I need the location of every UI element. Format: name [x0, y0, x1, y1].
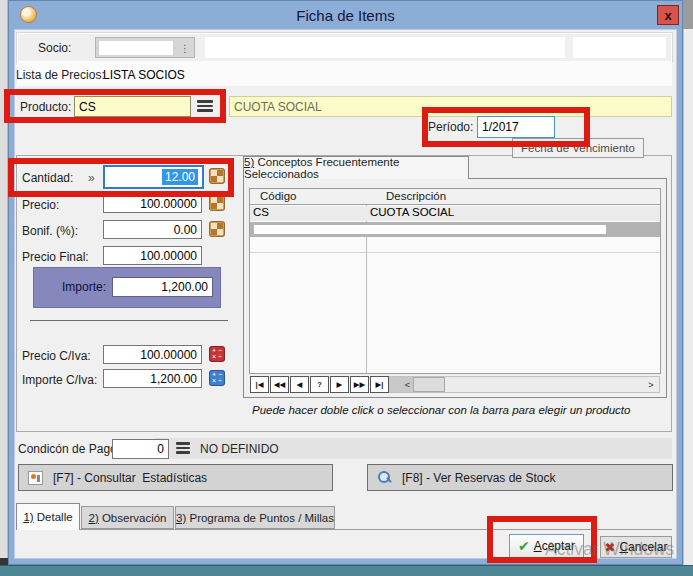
- producto-label: Producto:: [20, 100, 71, 114]
- socio-combobox[interactable]: ⋮: [95, 37, 195, 58]
- lista-precios-value: LISTA SOCIOS: [103, 68, 185, 82]
- scroll-left-icon: <: [405, 380, 410, 390]
- calculator-icon[interactable]: [209, 195, 225, 211]
- aceptar-button[interactable]: ✔ Aceptar: [509, 534, 584, 558]
- tab-detalle-label: 1) Detalle: [23, 511, 72, 523]
- scrollbar-page-left[interactable]: <: [385, 377, 413, 392]
- calculator-icon[interactable]: [209, 221, 225, 237]
- condicion-pago-input[interactable]: 0: [112, 439, 169, 459]
- grid-row[interactable]: CS CUOTA SOCIAL: [250, 206, 660, 221]
- calculator-icon[interactable]: [209, 168, 225, 184]
- tab-conceptos-label: 5) Conceptos Frecuentemente Seleccionado…: [244, 156, 468, 180]
- tab-observacion[interactable]: 2) Observación: [81, 506, 174, 529]
- socio-combobox-field[interactable]: [99, 41, 173, 55]
- background-window-right-edge: [683, 0, 693, 576]
- precio-input[interactable]: 100.00000: [103, 194, 202, 213]
- chevron-icon: »: [88, 171, 95, 185]
- cancelar-button-label: Cancelar: [619, 540, 667, 554]
- window-title: Ficha de Items: [8, 7, 683, 24]
- close-button[interactable]: x: [657, 5, 679, 25]
- condicion-pago-status: NO DEFINIDO: [200, 442, 279, 456]
- scrollbar-thumb[interactable]: [413, 377, 445, 392]
- socio-extra-field[interactable]: [573, 37, 666, 58]
- tab-detalle[interactable]: 1) Detalle: [16, 503, 80, 530]
- x-icon: ✖: [605, 541, 616, 554]
- precio-final-label: Precio Final:: [22, 250, 89, 264]
- cantidad-label: Cantidad:: [22, 171, 73, 185]
- cell-descripcion: CUOTA SOCIAL: [370, 206, 454, 218]
- scroll-right-icon[interactable]: >: [643, 377, 659, 392]
- calculator-red-icon[interactable]: +−×÷: [209, 346, 225, 362]
- menu-icon[interactable]: [176, 442, 190, 454]
- importe-input[interactable]: 1,200.00: [112, 277, 213, 297]
- cantidad-input[interactable]: 12.00: [103, 165, 204, 189]
- calculator-blue-icon[interactable]: +−×÷: [209, 370, 225, 386]
- importe-iva-label: Importe C/Iva:: [22, 373, 97, 387]
- tabstrip-line: [16, 529, 672, 530]
- horizontal-scrollbar[interactable]: < >: [384, 376, 660, 393]
- nav-last-button[interactable]: ▶|: [370, 376, 389, 393]
- close-icon: x: [664, 9, 671, 22]
- importe-iva-input[interactable]: 1,200.00: [103, 369, 202, 388]
- nav-first-button[interactable]: |◀: [250, 376, 269, 393]
- f8-ver-reservas-button[interactable]: [F8] - Ver Reservas de Stock: [367, 464, 673, 491]
- nav-prior-button[interactable]: ◀: [290, 376, 309, 393]
- socio-name-field[interactable]: [205, 37, 565, 58]
- importe-label: Importe:: [40, 280, 106, 294]
- ellipsis-icon[interactable]: ⋮: [178, 40, 192, 56]
- menu-icon[interactable]: [197, 100, 213, 112]
- tab-conceptos-frecuentes[interactable]: 5) Conceptos Frecuentemente Seleccionado…: [243, 156, 469, 179]
- periodo-input[interactable]: 1/2017: [477, 116, 555, 138]
- f7-consultar-estadisticas-button[interactable]: [F7] - Consultar Estadísticas: [18, 464, 333, 491]
- condicion-pago-label: Condicón de Pago:: [18, 442, 120, 456]
- column-header-descripcion: Descripción: [386, 190, 446, 202]
- precio-iva-label: Precio C/Iva:: [22, 349, 91, 363]
- tab-programa-puntos[interactable]: 3) Programa de Puntos / Millas: [175, 506, 335, 529]
- aceptar-button-label: Aceptar: [534, 539, 575, 553]
- nav-prior-page-button[interactable]: ◀◀: [270, 376, 289, 393]
- chart-icon: [28, 471, 43, 485]
- f7-button-label: [F7] - Consultar Estadísticas: [53, 471, 207, 485]
- grid-header: [250, 189, 660, 205]
- cell-codigo: CS: [253, 206, 269, 218]
- background-window-left-edge: [0, 0, 8, 576]
- f8-button-label: [F8] - Ver Reservas de Stock: [402, 471, 555, 485]
- conceptos-grid[interactable]: Código Descripción CS CUOTA SOCIAL: [249, 188, 661, 374]
- tab-programa-puntos-label: 3) Programa de Puntos / Millas: [176, 512, 334, 524]
- lista-precios-label: Lista de Precios:: [16, 68, 105, 82]
- screen: Ficha de Items x Socio: ⋮ Lista de Preci…: [0, 0, 693, 576]
- column-header-codigo: Código: [260, 190, 296, 202]
- cancelar-button[interactable]: ✖ Cancelar: [600, 536, 672, 558]
- socio-label: Socio:: [38, 41, 71, 55]
- row-separator: [250, 252, 660, 253]
- nav-next-button[interactable]: ▶: [330, 376, 349, 393]
- search-icon: [377, 470, 392, 485]
- bonificacion-label: Bonif. (%):: [22, 224, 78, 238]
- bonificacion-input[interactable]: 0.00: [103, 220, 202, 239]
- nav-next-page-button[interactable]: ▶▶: [350, 376, 369, 393]
- divider: [30, 320, 228, 321]
- background-window-right-top: [683, 0, 693, 29]
- producto-code-input[interactable]: CS: [74, 96, 191, 117]
- row-selection-bar[interactable]: [250, 222, 660, 237]
- tab-observacion-label: 2) Observación: [89, 512, 167, 524]
- row-selection-bar-inner: [254, 225, 606, 234]
- grid-navigator: |◀ ◀◀ ◀ ? ▶ ▶▶ ▶|: [250, 376, 389, 393]
- tooltip-fecha-vencimiento: Fecha de Vencimiento: [512, 138, 644, 158]
- nav-search-button[interactable]: ?: [310, 376, 329, 393]
- precio-iva-input[interactable]: 100.00000: [103, 345, 202, 364]
- precio-final-input[interactable]: 100.00000: [103, 246, 202, 265]
- cantidad-selected-value: 12.00: [162, 169, 198, 185]
- background-strip-bottom: [0, 565, 693, 576]
- grid-hint-text: Puede hacer doble click o seleccionar co…: [252, 404, 630, 416]
- producto-descripcion-field: CUOTA SOCIAL: [229, 96, 672, 117]
- check-icon: ✔: [518, 539, 530, 553]
- precio-label: Precio:: [22, 198, 59, 212]
- periodo-label: Período:: [428, 120, 473, 134]
